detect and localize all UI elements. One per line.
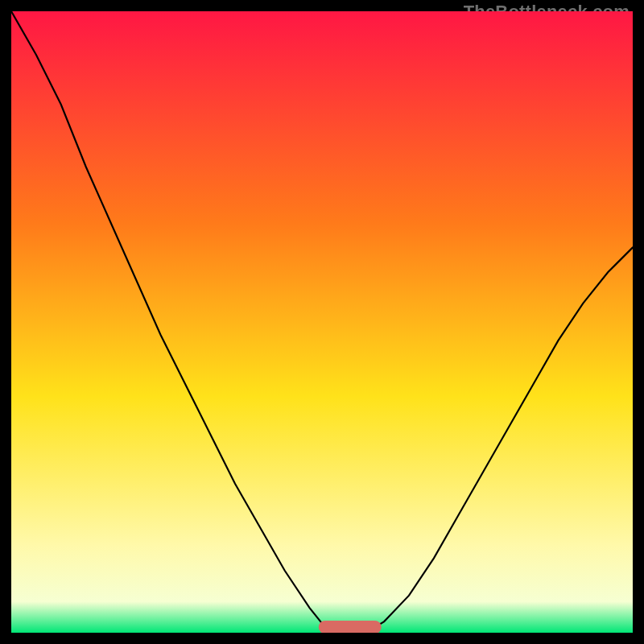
heat-gradient [11, 11, 633, 633]
chart-frame: TheBottleneck.com [0, 0, 644, 644]
bottleneck-chart [11, 11, 633, 633]
